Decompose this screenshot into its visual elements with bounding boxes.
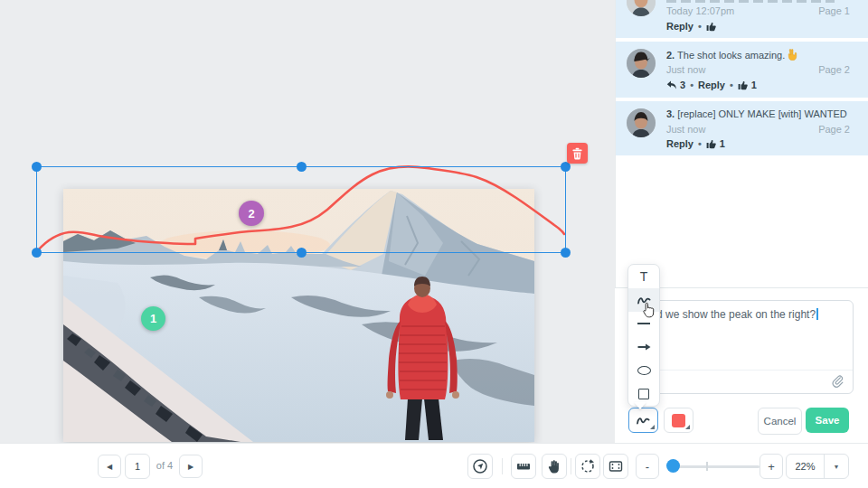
zoom-out-button[interactable]: -	[636, 454, 659, 479]
page-total-label: of 4	[154, 460, 175, 471]
measure-tool-button[interactable]	[511, 454, 536, 479]
chevron-down-icon: ▼	[825, 464, 848, 470]
annotate-mode-button[interactable]	[467, 454, 493, 479]
popup-notch	[634, 402, 646, 409]
selection-handle-bottom-left[interactable]	[32, 248, 42, 258]
zoom-in-button[interactable]: +	[760, 454, 783, 479]
arrow-icon	[637, 342, 651, 352]
selection-handle-top-middle[interactable]	[297, 162, 307, 172]
delete-annotation-button[interactable]	[567, 143, 588, 164]
ruler-icon	[515, 458, 532, 474]
arrow-tool[interactable]	[628, 335, 659, 359]
comment-text: [replace] ONLY MAKE [with] WANTED	[677, 108, 846, 119]
annotation-tools-popup: T	[627, 264, 660, 407]
hand-cursor-icon	[641, 302, 656, 323]
trash-icon	[571, 147, 583, 160]
pan-tool-button[interactable]	[542, 454, 567, 479]
review-canvas[interactable]: 1 2	[0, 0, 615, 443]
like-button[interactable]: 1	[706, 138, 725, 149]
comment-textarea[interactable]: d we show the peak on the right?	[633, 300, 854, 394]
rectangle-icon	[638, 389, 649, 399]
reply-arrow-icon	[666, 80, 677, 90]
page-number-input[interactable]	[125, 454, 150, 479]
comment-marker-1[interactable]: 1	[141, 306, 165, 331]
replies-count[interactable]: 3	[666, 80, 685, 90]
text-caret	[816, 308, 818, 320]
next-page-icon: ▶	[188, 463, 193, 471]
like-button[interactable]	[706, 21, 717, 32]
fit-to-screen-button[interactable]	[603, 454, 628, 479]
comment-marker-2[interactable]: 2	[239, 201, 264, 226]
avatar	[627, 108, 656, 137]
zoom-slider-tick	[706, 462, 708, 471]
reply-link[interactable]: Reply	[698, 80, 725, 90]
paperclip-icon[interactable]	[830, 375, 844, 388]
compass-pointer-icon	[472, 458, 488, 474]
avatar	[627, 49, 656, 78]
reply-link[interactable]: Reply	[666, 21, 693, 32]
marker-label: 1	[150, 312, 156, 325]
comment-draft-text: d we show the peak on the right?	[656, 308, 818, 321]
like-button[interactable]: 1	[738, 80, 757, 90]
comment-card-3[interactable]: 3. [replace] ONLY MAKE [with] WANTED Jus…	[616, 101, 868, 155]
drawing-tool-button[interactable]	[628, 408, 658, 433]
bottom-toolbar: ◀ of 4 ▶	[0, 443, 868, 488]
comment-page: Page 1	[818, 5, 850, 16]
rotate-icon	[580, 458, 596, 474]
next-page-button[interactable]: ▶	[179, 455, 203, 478]
fit-screen-icon	[608, 458, 624, 474]
thumbs-up-icon	[706, 21, 717, 32]
reply-link[interactable]: Reply	[666, 138, 693, 149]
previous-page-icon: ◀	[107, 463, 112, 471]
previous-page-button[interactable]: ◀	[98, 455, 121, 478]
comment-page: Page 2	[818, 64, 850, 75]
clipped-comment-text	[666, 0, 835, 3]
hand-icon	[547, 459, 561, 474]
line-icon	[637, 323, 650, 324]
expand-notch	[685, 425, 690, 429]
cancel-button[interactable]: Cancel	[758, 408, 802, 435]
zoom-slider-handle[interactable]	[666, 459, 680, 473]
expand-notch	[650, 425, 655, 429]
save-button[interactable]: Save	[806, 408, 849, 433]
marker-label: 2	[248, 207, 254, 221]
rotate-button[interactable]	[575, 454, 600, 479]
zoom-level-value: 22%	[787, 461, 824, 472]
sign-of-the-horns-icon	[788, 49, 799, 61]
comment-number: 2.	[666, 50, 675, 61]
thumbs-up-icon	[738, 80, 749, 90]
ellipse-icon	[637, 366, 651, 375]
annotation-selection-box[interactable]	[36, 166, 566, 253]
comment-time: Just now	[666, 64, 705, 75]
selection-handle-top-left[interactable]	[32, 162, 42, 172]
comment-number: 3.	[666, 108, 675, 119]
comment-time: Today 12:07pm	[666, 5, 734, 16]
toolbar-separator	[571, 458, 571, 474]
freehand-icon	[636, 414, 651, 427]
red-color-swatch	[672, 414, 685, 427]
comment-time: Just now	[666, 124, 705, 135]
attachment-row	[634, 370, 853, 393]
thumbs-up-icon	[706, 138, 717, 149]
comment-page: Page 2	[818, 124, 850, 135]
toolbar-separator	[502, 458, 503, 474]
zoom-level-dropdown[interactable]: 22% ▼	[786, 454, 849, 479]
color-picker-button[interactable]	[664, 408, 693, 433]
comment-card-2[interactable]: 2. The shot looks amazing. Just now Page…	[616, 42, 868, 98]
avatar	[627, 0, 656, 16]
selection-handle-bottom-right[interactable]	[561, 248, 571, 258]
zoom-slider-track[interactable]	[669, 465, 760, 468]
text-tool[interactable]: T	[628, 265, 659, 288]
comment-text: The shot looks amazing.	[677, 50, 785, 61]
selection-handle-bottom-middle[interactable]	[297, 248, 307, 258]
ellipse-tool[interactable]	[628, 359, 659, 382]
comment-card-1[interactable]: Today 12:07pm Page 1 Reply •	[616, 0, 868, 38]
